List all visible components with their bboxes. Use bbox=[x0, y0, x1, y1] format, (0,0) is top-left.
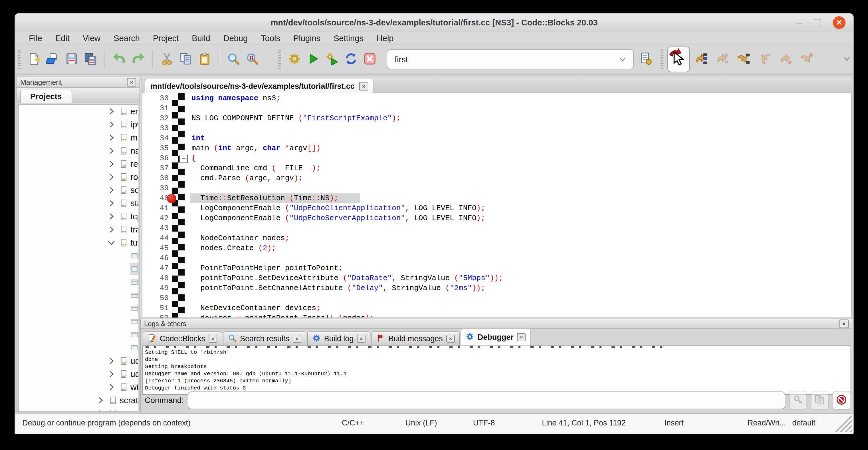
management-close-icon[interactable]: × bbox=[127, 78, 136, 87]
menu-build[interactable]: Build bbox=[185, 32, 217, 44]
logs-tab-close-icon[interactable]: × bbox=[293, 335, 301, 342]
logs-close-icon[interactable]: × bbox=[839, 320, 848, 328]
menu-debug[interactable]: Debug bbox=[217, 32, 254, 44]
tree-item-ipv6[interactable]: ipv6 bbox=[19, 118, 138, 131]
logs-tab-search-results[interactable]: Search results× bbox=[223, 331, 306, 346]
tab-projects[interactable]: Projects bbox=[20, 90, 72, 103]
close-button[interactable]: ✕ bbox=[833, 16, 845, 29]
find-button[interactable] bbox=[224, 50, 243, 69]
chevron-right-icon[interactable] bbox=[107, 107, 116, 116]
build-target-combo[interactable]: first bbox=[386, 50, 634, 69]
logs-tab-code-blocks[interactable]: Code::Blocks× bbox=[143, 331, 222, 346]
next-instruction-button[interactable] bbox=[776, 50, 795, 69]
tree-item-scratc[interactable]: scratc bbox=[19, 394, 138, 407]
tree-item-reall[interactable]: reall bbox=[19, 157, 138, 171]
tree-item-wire[interactable]: wire bbox=[19, 381, 138, 394]
editor-tab-first-cc[interactable]: mnt/dev/tools/source/ns-3-dev/examples/t… bbox=[145, 79, 374, 93]
tree-item-sock[interactable]: sock bbox=[19, 184, 138, 197]
tree-item-erro[interactable]: erro bbox=[19, 105, 138, 118]
cut-button[interactable] bbox=[157, 50, 176, 69]
tree-item-stat[interactable]: stat bbox=[19, 197, 138, 210]
save-all-button[interactable] bbox=[81, 50, 100, 69]
tree-item-udp-[interactable]: udp- bbox=[19, 367, 138, 381]
logs-tab-build-messages[interactable]: Build messages× bbox=[372, 331, 460, 346]
menu-project[interactable]: Project bbox=[146, 32, 185, 44]
toolbar-grip[interactable] bbox=[18, 50, 21, 69]
tree-item-he[interactable]: he bbox=[19, 289, 138, 302]
logs-tab-build-log[interactable]: Build log× bbox=[307, 331, 371, 346]
breakpoint-marker[interactable] bbox=[167, 194, 176, 203]
logs-tab-close-icon[interactable]: × bbox=[517, 333, 526, 341]
logs-tab-close-icon[interactable]: × bbox=[209, 335, 217, 342]
tree-item-src[interactable]: src bbox=[19, 407, 138, 412]
new-file-button[interactable] bbox=[25, 50, 43, 69]
replace-button[interactable]: R bbox=[243, 50, 262, 69]
run-to-cursor-button[interactable] bbox=[692, 50, 711, 69]
titlebar[interactable]: mnt/dev/tools/source/ns-3-dev/examples/t… bbox=[15, 13, 854, 32]
menu-plugins[interactable]: Plugins bbox=[287, 32, 327, 44]
chevron-down-icon[interactable] bbox=[107, 238, 116, 247]
debugger-output[interactable]: Setting SHELL to '/bin/sh'doneSetting br… bbox=[143, 346, 850, 395]
run-button[interactable] bbox=[304, 50, 323, 69]
tree-item-th[interactable]: th bbox=[19, 341, 138, 354]
save-button[interactable] bbox=[62, 50, 81, 69]
chevron-right-icon[interactable] bbox=[107, 383, 116, 391]
maximize-button[interactable] bbox=[811, 16, 824, 29]
chevron-right-icon[interactable] bbox=[107, 199, 116, 208]
chevron-right-icon[interactable] bbox=[96, 396, 105, 404]
chevron-right-icon[interactable] bbox=[107, 225, 116, 234]
build-button[interactable] bbox=[285, 50, 304, 69]
menu-search[interactable]: Search bbox=[107, 32, 146, 44]
build-and-run-button[interactable] bbox=[323, 50, 342, 69]
chevron-right-icon[interactable] bbox=[107, 212, 116, 221]
chevron-right-icon[interactable] bbox=[107, 133, 116, 142]
paste-button[interactable] bbox=[195, 50, 214, 69]
tree-item-si[interactable]: si bbox=[19, 328, 138, 341]
tree-item-fif[interactable]: fif bbox=[19, 249, 138, 262]
step-into-button[interactable] bbox=[734, 50, 753, 69]
menu-settings[interactable]: Settings bbox=[327, 32, 370, 44]
chevron-right-icon[interactable] bbox=[107, 370, 116, 378]
tree-item-fir[interactable]: fir bbox=[19, 262, 138, 275]
attach-button[interactable] bbox=[789, 391, 807, 410]
resize-grip[interactable] bbox=[835, 415, 852, 432]
logs-tab-debugger[interactable]: Debugger× bbox=[461, 329, 530, 346]
toolbar-overflow-chevron-icon[interactable] bbox=[843, 55, 851, 64]
tree-item-tcp[interactable]: tcp bbox=[19, 210, 138, 223]
copy-button[interactable] bbox=[176, 50, 195, 69]
tree-item-tuto[interactable]: tuto bbox=[19, 236, 138, 249]
undo-button[interactable] bbox=[110, 50, 129, 69]
chevron-right-icon[interactable] bbox=[107, 147, 116, 155]
tree-item-mat[interactable]: mat bbox=[19, 131, 138, 144]
menu-help[interactable]: Help bbox=[370, 32, 400, 44]
command-input[interactable] bbox=[188, 391, 785, 409]
build-target-list-button[interactable] bbox=[637, 50, 655, 69]
copy-log-button[interactable] bbox=[811, 391, 829, 410]
open-file-button[interactable] bbox=[43, 50, 62, 69]
toolbar-grip[interactable] bbox=[278, 50, 281, 69]
code-area[interactable]: 30using namespace ns3;3132NS_LOG_COMPONE… bbox=[142, 93, 852, 318]
chevron-right-icon[interactable] bbox=[107, 173, 116, 181]
logs-tab-close-icon[interactable]: × bbox=[357, 335, 366, 342]
step-into-instruction-button[interactable] bbox=[798, 50, 816, 69]
chevron-right-icon[interactable] bbox=[107, 120, 116, 129]
menu-view[interactable]: View bbox=[76, 32, 107, 44]
menu-tools[interactable]: Tools bbox=[254, 32, 287, 44]
chevron-down-icon[interactable] bbox=[618, 55, 627, 66]
rebuild-button[interactable] bbox=[342, 50, 361, 69]
tree-item-fo[interactable]: fo bbox=[19, 275, 138, 289]
minimize-button[interactable]: – bbox=[793, 16, 806, 29]
menu-edit[interactable]: Edit bbox=[49, 32, 76, 44]
tree-item-se[interactable]: se bbox=[19, 315, 138, 328]
tree-item-trafl[interactable]: trafl bbox=[19, 223, 138, 236]
debug-continue-button[interactable] bbox=[668, 47, 690, 72]
step-out-button[interactable] bbox=[755, 50, 774, 69]
tree-item-udp[interactable]: udp bbox=[19, 354, 138, 367]
redo-button[interactable] bbox=[129, 50, 148, 69]
abort-button[interactable] bbox=[361, 50, 379, 69]
chevron-right-icon[interactable] bbox=[107, 160, 116, 168]
fold-marker[interactable] bbox=[180, 155, 188, 163]
logs-tab-close-icon[interactable]: × bbox=[446, 335, 455, 342]
chevron-right-icon[interactable] bbox=[107, 357, 116, 365]
tree-item-se[interactable]: se bbox=[19, 302, 138, 315]
